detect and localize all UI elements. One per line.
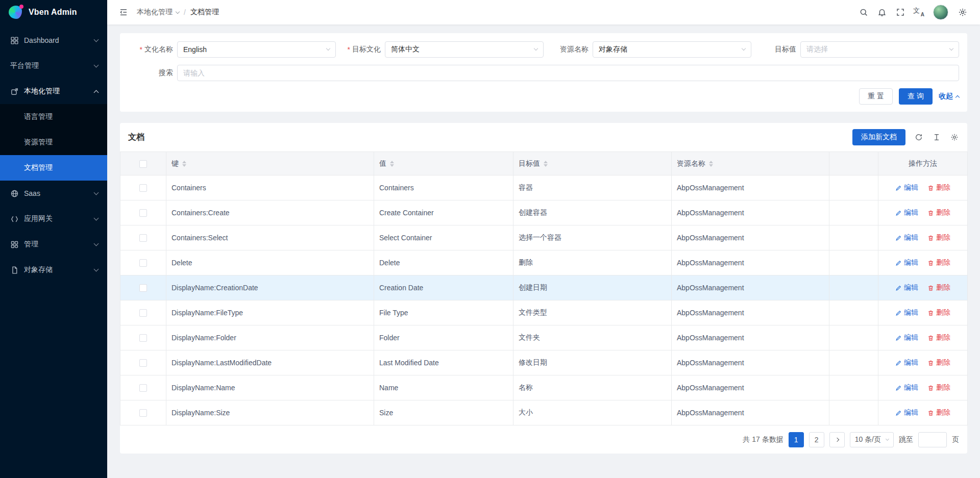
search-icon[interactable] (854, 0, 873, 24)
culture-name-select[interactable]: English (177, 41, 336, 58)
row-checkbox[interactable] (139, 334, 147, 342)
row-checkbox[interactable] (139, 284, 147, 292)
resource-name-select[interactable]: 对象存储 (593, 41, 751, 58)
sidebar-item-language-management[interactable]: 语言管理 (0, 104, 107, 130)
next-page-button[interactable] (829, 432, 845, 447)
refresh-icon[interactable] (914, 133, 923, 142)
settings-gear-icon[interactable] (953, 0, 972, 24)
collapse-link[interactable]: 收起 (939, 92, 959, 101)
edit-button[interactable]: 编辑 (895, 308, 918, 317)
user-avatar[interactable] (933, 5, 948, 20)
saas-icon (10, 189, 19, 198)
column-header-resource[interactable]: 资源名称 (672, 152, 829, 175)
filter-panel: * 文化名称 English * 目标文化 (120, 33, 967, 112)
sidebar-item-dashboard[interactable]: Dashboard (0, 28, 107, 53)
sidebar-item-localization[interactable]: 本地化管理 (0, 79, 107, 104)
delete-button[interactable]: 删除 (927, 383, 950, 392)
add-document-button[interactable]: 添加新文档 (852, 129, 905, 145)
cell-value: Create Container (374, 200, 513, 225)
app-logo[interactable]: Vben Admin (0, 0, 107, 24)
row-height-icon[interactable] (932, 133, 941, 142)
pencil-icon (895, 185, 902, 191)
row-checkbox[interactable] (139, 259, 147, 267)
delete-button[interactable]: 删除 (927, 283, 950, 292)
column-header-value[interactable]: 值 (374, 152, 513, 175)
page-button-1[interactable]: 1 (789, 432, 804, 447)
cell-resource: AbpOssManagement (672, 225, 829, 250)
search-input[interactable] (177, 65, 959, 81)
row-checkbox[interactable] (139, 234, 147, 242)
row-checkbox[interactable] (139, 309, 147, 317)
sort-icon[interactable] (709, 161, 713, 167)
chevron-down-icon (94, 241, 99, 246)
pencil-icon (895, 385, 902, 391)
row-checkbox[interactable] (139, 409, 147, 417)
row-checkbox[interactable] (139, 184, 147, 192)
sidebar-item-saas[interactable]: Saas (0, 181, 107, 206)
field-target-value: 目标值 请选择 (751, 41, 959, 58)
edit-button[interactable]: 编辑 (895, 283, 918, 292)
edit-button[interactable]: 编辑 (895, 208, 918, 217)
documents-table: 键 值 目标值 资源名称 操作方法 Containers Container (120, 152, 968, 425)
column-settings-gear-icon[interactable] (950, 133, 959, 142)
chevron-up-icon (955, 95, 960, 99)
document-table-panel: 文档 添加新文档 (120, 123, 967, 454)
sort-icon[interactable] (544, 161, 548, 167)
table-row: DisplayName:Name Name 名称 AbpOssManagemen… (120, 375, 968, 400)
delete-button[interactable]: 删除 (927, 183, 950, 192)
query-button[interactable]: 查 询 (899, 88, 933, 105)
target-culture-select[interactable]: 简体中文 (385, 41, 544, 58)
spacer-cell (829, 275, 878, 300)
cell-target: 文件类型 (513, 300, 672, 325)
delete-button[interactable]: 删除 (927, 258, 950, 267)
fullscreen-icon[interactable] (891, 0, 910, 24)
cell-resource: AbpOssManagement (672, 300, 829, 325)
column-header-key[interactable]: 键 (166, 152, 374, 175)
sidebar-item-resource-management[interactable]: 资源管理 (0, 130, 107, 155)
row-checkbox[interactable] (139, 359, 147, 367)
row-checkbox[interactable] (139, 384, 147, 392)
sort-icon[interactable] (390, 161, 394, 167)
edit-button[interactable]: 编辑 (895, 408, 918, 417)
select-all-checkbox[interactable] (139, 160, 147, 168)
translate-icon[interactable]: 文A (910, 0, 928, 24)
delete-button[interactable]: 删除 (927, 358, 950, 367)
cell-target: 容器 (513, 175, 672, 200)
jump-page-input[interactable] (918, 432, 947, 447)
sidebar-item-object-storage[interactable]: 对象存储 (0, 257, 107, 283)
row-select-cell (120, 200, 166, 225)
edit-button[interactable]: 编辑 (895, 358, 918, 367)
edit-button[interactable]: 编辑 (895, 333, 918, 342)
sidebar-item-platform[interactable]: 平台管理 (0, 53, 107, 79)
delete-button[interactable]: 删除 (927, 333, 950, 342)
table-row: Delete Delete 删除 AbpOssManagement 编辑 删除 (120, 250, 968, 275)
edit-button[interactable]: 编辑 (895, 233, 918, 242)
cell-actions: 编辑 删除 (878, 175, 968, 200)
cell-value: File Type (374, 300, 513, 325)
cell-actions: 编辑 删除 (878, 400, 968, 425)
row-checkbox[interactable] (139, 209, 147, 217)
filter-actions: 重 置 查 询 收起 (128, 88, 959, 105)
column-header-target[interactable]: 目标值 (513, 152, 672, 175)
delete-button[interactable]: 删除 (927, 233, 950, 242)
edit-button[interactable]: 编辑 (895, 258, 918, 267)
cell-resource: AbpOssManagement (672, 275, 829, 300)
sidebar-item-document-management[interactable]: 文档管理 (0, 155, 107, 181)
sidebar: Vben Admin Dashboard 平台管理 本地化管理 语言管理 (0, 0, 107, 478)
sort-icon[interactable] (182, 161, 186, 167)
target-value-select[interactable]: 请选择 (800, 41, 959, 58)
edit-button[interactable]: 编辑 (895, 383, 918, 392)
sidebar-item-management[interactable]: 管理 (0, 232, 107, 257)
sidebar-item-gateway[interactable]: 应用网关 (0, 206, 107, 232)
edit-button[interactable]: 编辑 (895, 183, 918, 192)
page-button-2[interactable]: 2 (809, 432, 824, 447)
delete-button[interactable]: 删除 (927, 208, 950, 217)
menu-fold-icon[interactable] (116, 0, 131, 24)
delete-button[interactable]: 删除 (927, 308, 950, 317)
notification-bell-icon[interactable] (873, 0, 891, 24)
breadcrumb-parent[interactable]: 本地化管理 (137, 8, 179, 17)
page-size-select[interactable]: 10 条/页 (850, 432, 894, 447)
reset-button[interactable]: 重 置 (859, 88, 893, 105)
delete-button[interactable]: 删除 (927, 408, 950, 417)
page-suffix: 页 (952, 435, 959, 444)
